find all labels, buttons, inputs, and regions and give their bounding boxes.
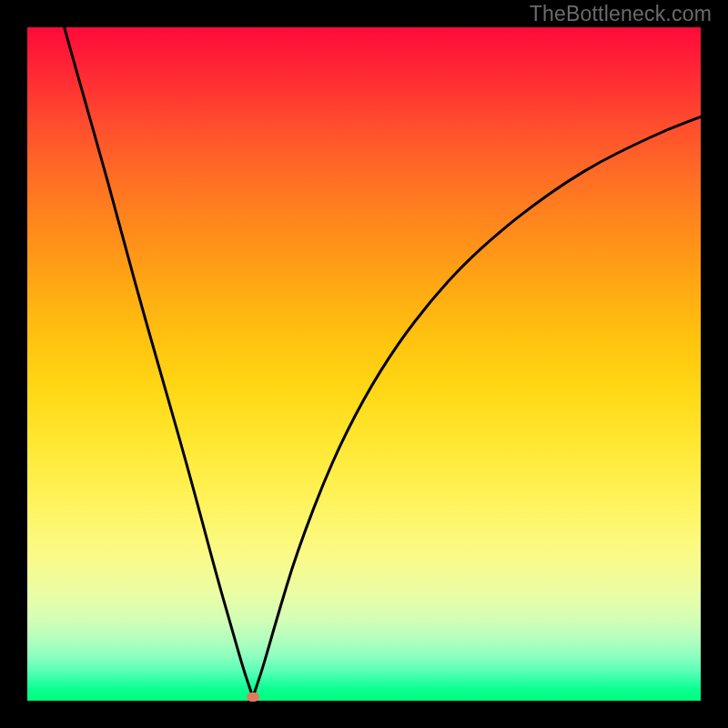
chart-stage: TheBottleneck.com [0, 0, 728, 728]
watermark-text: TheBottleneck.com [530, 2, 712, 26]
plot-area [27, 27, 701, 701]
bottleneck-curve [27, 27, 701, 701]
minimum-marker [247, 693, 259, 702]
curve-path [65, 27, 701, 695]
